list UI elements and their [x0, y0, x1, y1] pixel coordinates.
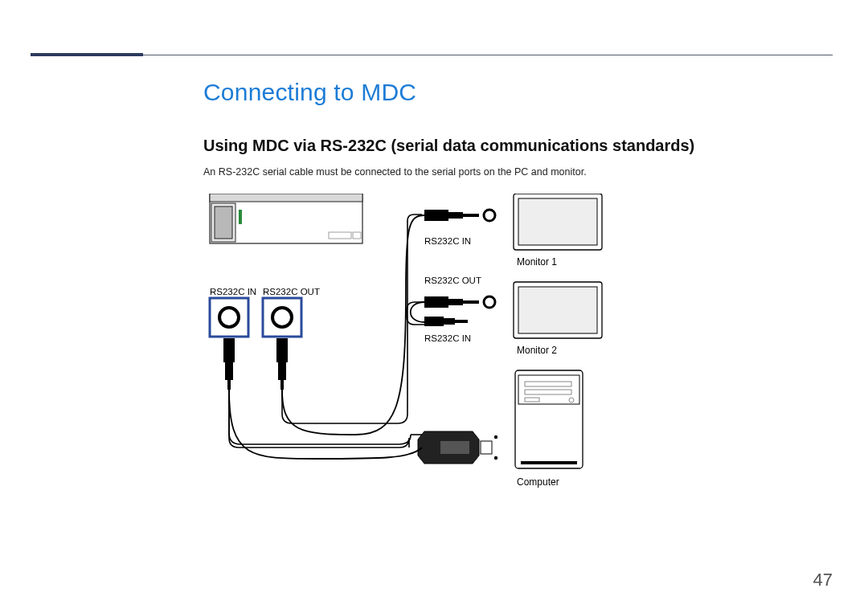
document-page: Connecting to MDC Using MDC via RS-232C …	[0, 0, 868, 613]
label-rs232c-in-left: RS232C IN	[210, 287, 256, 296]
device-top-unit-icon	[210, 194, 362, 243]
svg-point-28	[494, 456, 497, 460]
connection-diagram: RS232C IN RS232C OUT RS232C IN RS232C OU…	[203, 194, 653, 515]
computer-tower-icon	[515, 370, 583, 468]
svg-rect-11	[223, 338, 235, 362]
section-description: An RS-232C serial cable must be connecte…	[203, 166, 830, 178]
svg-rect-36	[525, 390, 571, 394]
label-conn-in-top: RS232C IN	[424, 236, 471, 246]
svg-rect-3	[215, 206, 232, 239]
svg-rect-32	[518, 287, 597, 333]
svg-rect-16	[280, 380, 284, 390]
serial-connector-icon	[418, 431, 497, 464]
header-rule	[31, 55, 833, 55]
svg-rect-42	[455, 320, 468, 323]
svg-rect-17	[424, 210, 448, 221]
content-area: Connecting to MDC Using MDC via RS-232C …	[203, 79, 830, 515]
svg-rect-25	[440, 441, 469, 454]
svg-rect-18	[448, 212, 463, 219]
jack-plug-right-icon	[276, 338, 288, 390]
svg-point-20	[484, 210, 495, 221]
section-subtitle: Using MDC via RS-232C (serial data commu…	[203, 137, 830, 155]
label-monitor2: Monitor 2	[517, 345, 557, 356]
svg-rect-37	[525, 398, 539, 402]
label-conn-in-bot: RS232C IN	[424, 333, 471, 343]
svg-rect-9	[263, 298, 301, 337]
svg-rect-4	[239, 210, 242, 224]
svg-rect-21	[424, 296, 448, 308]
svg-rect-40	[424, 317, 444, 326]
svg-rect-26	[481, 441, 492, 454]
label-monitor1: Monitor 1	[517, 256, 557, 268]
svg-rect-19	[463, 214, 479, 217]
label-computer: Computer	[517, 476, 559, 488]
svg-rect-5	[329, 232, 351, 239]
svg-rect-41	[444, 318, 455, 325]
label-conn-out-mid: RS232C OUT	[424, 276, 481, 285]
jack-horizontal-top-icon	[424, 210, 495, 221]
svg-rect-35	[525, 382, 571, 386]
monitor2-icon	[514, 282, 602, 338]
svg-rect-14	[276, 338, 288, 362]
jack-horizontal-mid-icon	[424, 296, 495, 308]
monitor1-icon	[514, 194, 602, 250]
svg-rect-15	[278, 362, 286, 380]
page-title: Connecting to MDC	[203, 79, 830, 106]
cable-clean-icon	[229, 215, 424, 459]
page-number: 47	[813, 570, 833, 591]
jack-plug-left-icon	[223, 338, 235, 390]
svg-rect-13	[227, 380, 231, 390]
header-accent	[31, 53, 143, 56]
svg-rect-30	[518, 198, 597, 245]
label-rs232c-out-left: RS232C OUT	[263, 287, 320, 296]
svg-rect-7	[210, 298, 248, 337]
svg-rect-1	[210, 194, 362, 202]
cable-paths-icon	[229, 215, 424, 447]
svg-point-27	[494, 435, 497, 439]
svg-point-24	[484, 296, 495, 308]
svg-rect-23	[463, 300, 479, 304]
svg-rect-6	[353, 232, 361, 239]
svg-rect-22	[448, 299, 463, 305]
port-rs232c-in-icon	[210, 298, 248, 337]
jack-horizontal-bot-small-icon	[424, 317, 468, 326]
svg-rect-12	[225, 362, 233, 380]
port-rs232c-out-icon	[263, 298, 301, 337]
svg-rect-39	[521, 461, 577, 464]
